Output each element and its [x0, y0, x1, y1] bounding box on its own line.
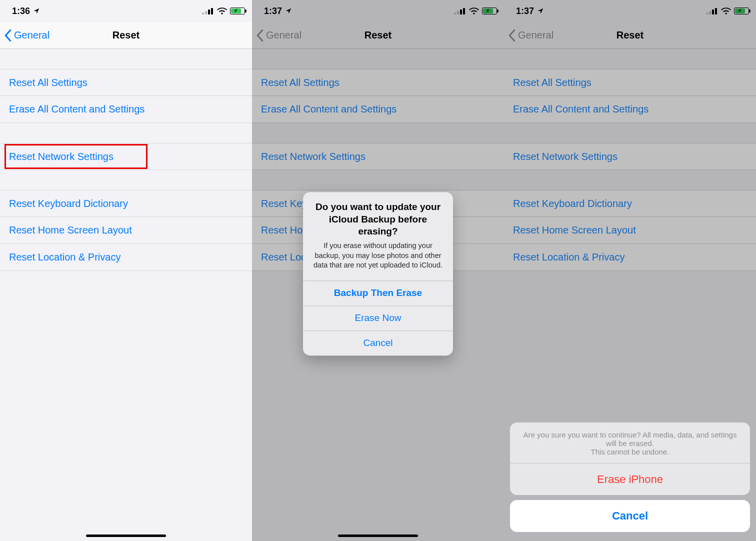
cancel-button[interactable]: Cancel [510, 500, 750, 532]
screenshot-2: Reset All Settings Erase All Content and… [252, 0, 504, 541]
status-time: 1:36 [12, 6, 30, 16]
row-reset-keyboard[interactable]: Reset Keyboard Dictionary [0, 190, 252, 217]
home-indicator[interactable] [86, 534, 166, 537]
row-label: Reset All Settings [9, 77, 88, 88]
erase-iphone-button[interactable]: Erase iPhone [510, 463, 750, 495]
wifi-icon [217, 7, 227, 15]
battery-icon: ⚡︎ [230, 8, 245, 14]
alert-title: Do you want to update your iCloud Backup… [312, 201, 444, 238]
row-label: Erase All Content and Settings [9, 104, 144, 115]
row-reset-location[interactable]: Reset Location & Privacy [0, 244, 252, 271]
back-label: General [14, 30, 50, 41]
erase-now-button[interactable]: Erase Now [303, 306, 453, 330]
location-icon [33, 8, 40, 14]
home-indicator[interactable] [338, 534, 418, 537]
row-label: Reset Home Screen Layout [9, 224, 132, 236]
alert-message: If you erase without updating your backu… [312, 241, 444, 270]
row-label: Reset Keyboard Dictionary [9, 198, 128, 210]
row-erase-all[interactable]: Erase All Content and Settings [0, 96, 252, 123]
cancel-button[interactable]: Cancel [303, 330, 453, 356]
navbar: General Reset [0, 22, 252, 49]
backup-then-erase-button[interactable]: Backup Then Erase [303, 280, 453, 306]
confirm-erase-sheet: Are you sure you want to continue? All m… [510, 422, 750, 532]
screenshot-3: Reset All Settings Erase All Content and… [504, 0, 756, 541]
highlight-box [4, 144, 148, 169]
row-label: Reset Location & Privacy [9, 252, 120, 263]
reset-list: Reset All Settings Erase All Content and… [0, 49, 252, 541]
screenshot-1: 1:36 ⚡︎ General Reset [0, 0, 252, 541]
sheet-message: Are you sure you want to continue? All m… [510, 422, 750, 463]
icloud-backup-alert: Do you want to update your iCloud Backup… [303, 192, 453, 356]
row-reset-home[interactable]: Reset Home Screen Layout [0, 217, 252, 244]
row-reset-all[interactable]: Reset All Settings [0, 69, 252, 96]
cellular-icon [202, 8, 214, 14]
status-bar: 1:36 ⚡︎ [0, 0, 252, 22]
back-button[interactable]: General [4, 22, 50, 48]
